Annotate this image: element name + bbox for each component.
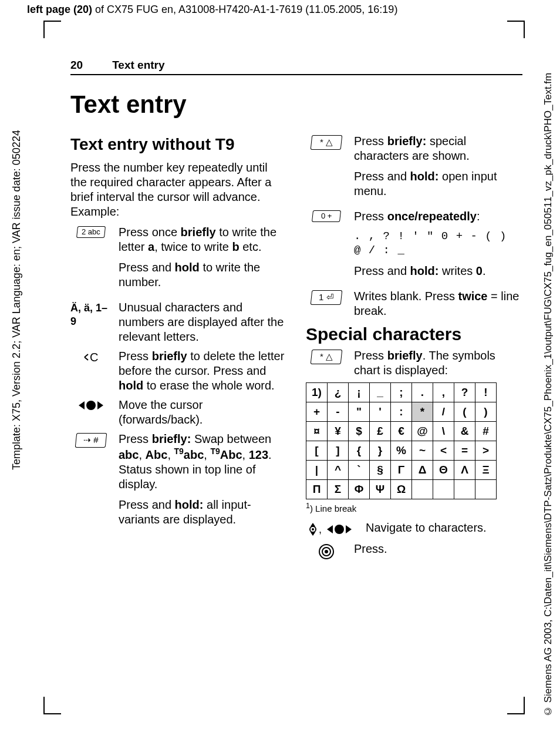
- sc-cell: Φ: [349, 480, 370, 499]
- sc-cell: `: [349, 461, 370, 480]
- sc-cell: [: [306, 441, 328, 461]
- sc-cell: {: [349, 441, 370, 461]
- sc-cell: Θ: [433, 461, 454, 480]
- sc-cell: ¿: [328, 383, 349, 402]
- left-column: Text entry without T9 Press the number k…: [70, 134, 285, 565]
- row-one: 1 ⏎ Writes blank. Press twice = line bre…: [306, 289, 520, 318]
- crop-mark: [524, 21, 525, 38]
- sc-cell: ,: [433, 383, 454, 402]
- sc-cell: ^: [328, 461, 349, 480]
- right-column: * △ Press briefly: special characters ar…: [306, 134, 520, 565]
- svg-text:,: ,: [319, 523, 322, 535]
- sc-cell: }: [370, 441, 391, 461]
- sc-cell: ¥: [328, 422, 349, 441]
- right-margin-note: © Siemens AG 2003, C:\Daten_itl\Siemens\…: [542, 35, 554, 717]
- sc-cell: @: [412, 422, 433, 441]
- heading-without-t9: Text entry without T9: [70, 134, 285, 155]
- section-name: Text entry: [112, 59, 164, 72]
- sc-cell: /: [433, 402, 454, 422]
- sc-cell: _: [370, 383, 391, 402]
- one-key-icon: 1 ⏎: [306, 289, 347, 318]
- navigate-text: Navigate to characters.: [366, 521, 520, 537]
- row-unusual: Ä, ä, 1–9 Unusual characters and numbers…: [70, 300, 285, 344]
- sc-cell: Ξ: [475, 461, 497, 480]
- crop-mark: [507, 21, 525, 22]
- key-2-text: Press once briefly to write the letter a…: [119, 225, 285, 296]
- row-delete: C Press briefly to delete the letter bef…: [70, 349, 285, 393]
- sc-cell: $: [349, 422, 370, 441]
- sc-cell: [475, 480, 497, 499]
- key-2-icon: 2 abc: [70, 225, 112, 296]
- star-key-icon: * △: [306, 134, 347, 204]
- sc-cell: &: [454, 422, 475, 441]
- crop-mark: [43, 21, 61, 22]
- sc-cell: [454, 480, 475, 499]
- delete-icon: C: [70, 349, 112, 393]
- row-navigate: , Navigate to characters.: [306, 521, 520, 537]
- sc-cell: ': [370, 402, 391, 422]
- sc-cell: €: [391, 422, 412, 441]
- star-text: Press briefly: special characters are sh…: [354, 134, 520, 204]
- sc-cell: +: [306, 402, 328, 422]
- press-text: Press.: [354, 542, 520, 560]
- sc-cell: [433, 480, 454, 499]
- sc-cell: >: [475, 441, 497, 461]
- row-zero: 0 + Press once/repeatedly: . , ? ! ' " 0…: [306, 209, 520, 284]
- crop-mark: [507, 713, 525, 714]
- sc-cell: ?: [454, 383, 475, 402]
- unusual-text: Unusual characters and numbers are displ…: [119, 300, 285, 344]
- left-right-icon: [70, 398, 112, 427]
- page-number: 20: [70, 59, 83, 72]
- sc-cell: ]: [328, 441, 349, 461]
- svg-marker-3: [97, 401, 103, 409]
- row-move: Move the cursor (forwards/back).: [70, 398, 285, 427]
- sc-cell: (: [454, 402, 475, 422]
- delete-text: Press briefly to delete the letter befor…: [119, 349, 285, 393]
- row-hash: ⇢ # Press briefly: Swap between abc, Abc…: [70, 432, 285, 533]
- sc-cell: §: [370, 461, 391, 480]
- sc-cell: £: [370, 422, 391, 441]
- sc-cell: ~: [412, 441, 433, 461]
- sc-cell: ;: [391, 383, 412, 402]
- svg-point-10: [335, 525, 344, 534]
- sc-cell: ": [349, 402, 370, 422]
- joystick-nav-icon: ,: [306, 521, 359, 537]
- move-text: Move the cursor (forwards/back).: [119, 398, 285, 427]
- sc-cell: |: [306, 461, 328, 480]
- page: left page (20) of CX75 FUG en, A31008-H7…: [0, 0, 560, 732]
- sc-cell: Γ: [391, 461, 412, 480]
- sc-cell: .: [412, 383, 433, 402]
- sc-cell: Δ: [412, 461, 433, 480]
- row-press: Press.: [306, 542, 520, 560]
- page-title: Text entry: [70, 90, 522, 119]
- crop-mark: [43, 713, 61, 714]
- hash-key-icon: ⇢ #: [70, 432, 112, 533]
- sc-cell: \: [433, 422, 454, 441]
- svg-marker-9: [327, 525, 333, 533]
- special-characters-table: 1)¿¡_;.,?!+-"':*/()¤¥$£€@\&#[]{}%~<=>|^`…: [306, 382, 497, 499]
- sc-cell: *: [412, 402, 433, 422]
- sc-cell: Λ: [454, 461, 475, 480]
- sc-cell: ¡: [349, 383, 370, 402]
- sc-cell: %: [391, 441, 412, 461]
- top-margin-note: left page (20) of CX75 FUG en, A31008-H7…: [27, 4, 397, 16]
- sc-cell: =: [454, 441, 475, 461]
- svg-marker-11: [346, 525, 352, 533]
- crop-mark: [524, 697, 525, 714]
- sc-cell: -: [328, 402, 349, 422]
- svg-text:C: C: [90, 351, 98, 364]
- row-star: * △ Press briefly: special characters ar…: [306, 134, 520, 204]
- sc-cell: :: [391, 402, 412, 422]
- svg-marker-7: [311, 532, 315, 536]
- sc-cell: Π: [306, 480, 328, 499]
- zero-text: Press once/repeatedly: . , ? ! ' " 0 + -…: [354, 209, 520, 284]
- sc-cell: Σ: [328, 480, 349, 499]
- svg-point-14: [325, 550, 328, 553]
- row-key-2: 2 abc Press once briefly to write the le…: [70, 225, 285, 296]
- svg-marker-1: [79, 401, 85, 409]
- star-key-icon-2: * △: [306, 348, 347, 378]
- left-margin-note: Template: X75, Version 2.2; VAR Language…: [11, 23, 22, 470]
- intro-text: Press the number key repeatedly until th…: [70, 160, 285, 219]
- svg-point-6: [312, 528, 314, 530]
- crop-mark: [43, 21, 45, 38]
